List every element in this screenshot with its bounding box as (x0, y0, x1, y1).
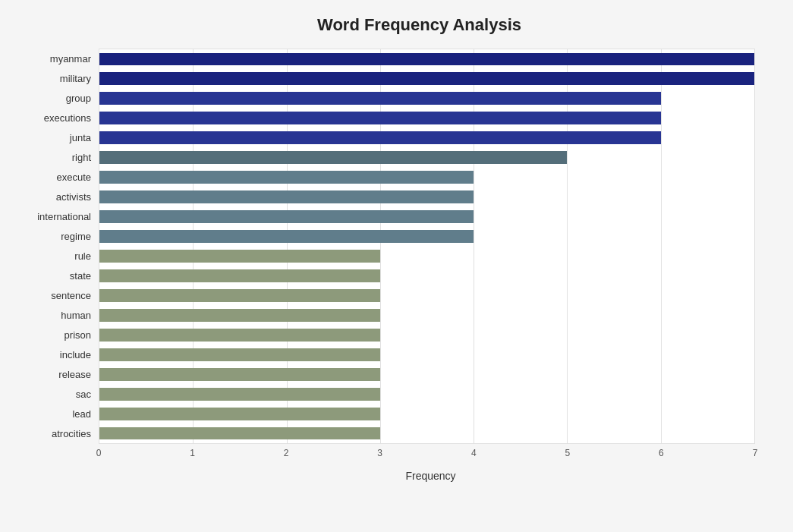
bar-fill (99, 230, 474, 243)
x-axis: 01234567 (99, 444, 755, 467)
y-axis-label: group (66, 92, 91, 105)
grid-line (380, 49, 381, 443)
y-axis-label: state (70, 269, 91, 282)
bar-fill (99, 92, 661, 105)
bar-fill (99, 171, 474, 184)
chart-title: Word Frequency Analysis (15, 15, 763, 35)
bar-fill (99, 112, 661, 124)
x-tick-label: 5 (565, 448, 571, 458)
x-tick-label: 1 (190, 448, 195, 458)
grid-line (567, 49, 568, 443)
grid-line (193, 49, 194, 443)
grid-line (661, 49, 662, 443)
y-axis-label: rule (74, 250, 91, 263)
y-axis-label: activists (56, 190, 91, 203)
x-tick-label: 4 (471, 448, 477, 458)
bar-fill (99, 250, 380, 263)
y-axis-label: human (61, 309, 91, 322)
x-tick-label: 0 (96, 448, 102, 458)
grid-line (474, 49, 474, 443)
y-axis-label: military (60, 72, 91, 85)
plot-area (99, 49, 755, 444)
x-tick-label: 7 (753, 448, 758, 458)
bar-fill (99, 427, 380, 440)
y-axis-label: sac (76, 388, 91, 401)
bar-fill (99, 269, 380, 282)
bar-fill (99, 53, 754, 66)
y-axis-label: international (37, 210, 91, 223)
y-axis-label: myanmar (50, 52, 91, 65)
bar-fill (99, 368, 380, 381)
y-axis-label: prison (65, 329, 91, 342)
y-axis-label: execute (56, 171, 91, 184)
y-axis-label: executions (44, 112, 91, 124)
bar-fill (99, 388, 380, 401)
bar-fill (99, 408, 380, 420)
bar-fill (99, 329, 380, 342)
grid-line (287, 49, 288, 443)
y-axis-label: include (60, 348, 91, 361)
bar-fill (99, 348, 380, 361)
y-axis-label: regime (61, 230, 91, 243)
bar-fill (99, 309, 380, 322)
bar-fill (99, 289, 380, 302)
grid-line (754, 49, 755, 443)
y-axis-label: sentence (51, 289, 91, 302)
y-axis-label: right (72, 151, 91, 164)
y-axis-label: atrocities (52, 428, 91, 441)
y-axis-labels: myanmarmilitarygroupexecutionsjuntaright… (15, 49, 99, 444)
x-tick-label: 2 (284, 448, 289, 458)
y-axis-label: junta (70, 131, 91, 144)
bar-fill (99, 210, 474, 223)
x-tick-label: 6 (659, 448, 664, 458)
y-axis-label: lead (72, 408, 91, 420)
x-axis-label: Frequency (15, 470, 763, 482)
bar-fill (99, 72, 754, 85)
chart-container: Word Frequency Analysis myanmarmilitaryg… (0, 0, 793, 532)
x-tick-label: 3 (377, 448, 382, 458)
y-axis-label: release (58, 368, 91, 381)
bar-fill (99, 151, 567, 164)
bar-fill (99, 131, 661, 144)
bar-fill (99, 190, 474, 203)
